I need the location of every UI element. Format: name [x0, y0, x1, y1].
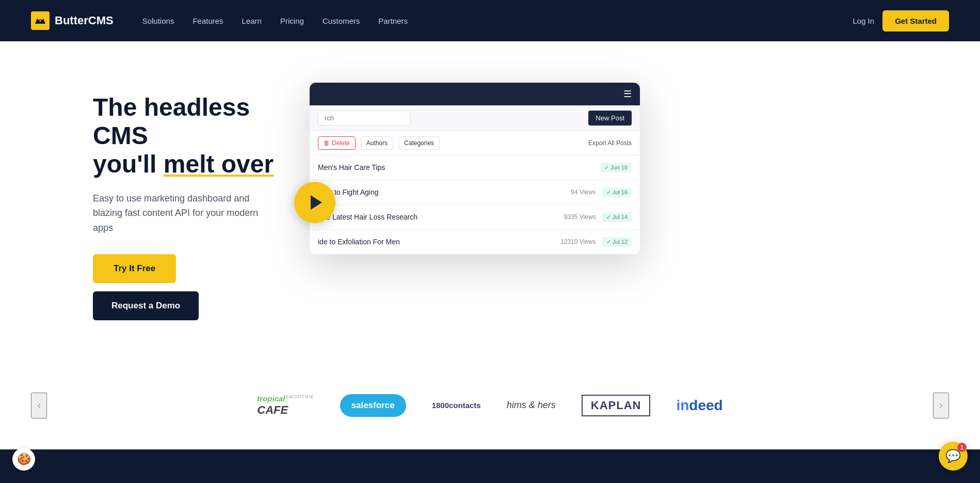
dashboard-mockup: ☰ New Post 🗑 Delete Authors Categories E…: [310, 83, 640, 254]
nav-link-pricing[interactable]: Pricing: [272, 12, 312, 29]
post-date-badge: ✓ Jul 12: [602, 237, 632, 247]
logos-prev-button[interactable]: ‹: [31, 393, 47, 418]
try-it-free-button[interactable]: Try It Free: [93, 254, 176, 283]
nav-link-solutions[interactable]: Solutions: [134, 12, 183, 29]
post-title[interactable]: Men's Hair Care Tips: [318, 163, 594, 172]
nav-link-partners[interactable]: Partners: [370, 12, 416, 29]
cookie-consent-button[interactable]: 🍪: [12, 448, 35, 471]
butter-logo-icon: [31, 11, 50, 30]
post-title[interactable]: ide to Exfoliation For Men: [318, 238, 560, 246]
trash-icon: 🗑: [324, 139, 330, 147]
logo-tropical-cafe: tropicalsmoothieCAFE: [257, 393, 314, 418]
nav-link-customers[interactable]: Customers: [314, 12, 368, 29]
post-title[interactable]: The Latest Hair Loss Research: [318, 213, 564, 221]
logo-kaplan: KAPLAN: [582, 393, 651, 418]
logo-salesforce: salesforce: [340, 393, 406, 418]
logos-next-button[interactable]: ›: [933, 393, 949, 418]
play-triangle-icon: [311, 195, 322, 210]
dashboard-posts-list: Men's Hair Care Tips ✓ Jun 18 How to Fig…: [310, 155, 640, 254]
nav-login-button[interactable]: Log In: [853, 17, 874, 25]
hero-buttons: Try It Free Request a Demo: [93, 254, 279, 320]
post-views: 9335 Views: [564, 213, 596, 221]
hero-title-highlight: melt over: [164, 150, 274, 178]
logos-section: ‹ tropicalsmoothieCAFE salesforce 1800co…: [0, 372, 980, 439]
post-date-badge: ✓ Jul 16: [602, 188, 632, 197]
svg-rect-0: [31, 11, 50, 30]
dashboard-filters: 🗑 Delete Authors Categories Export All P…: [310, 131, 640, 155]
logo-indeed: indeed: [676, 393, 722, 418]
nav-links: Solutions Features Learn Pricing Custome…: [134, 12, 853, 29]
dashboard-search-input[interactable]: [318, 111, 411, 126]
delete-button[interactable]: 🗑 Delete: [318, 136, 356, 150]
table-row: Men's Hair Care Tips ✓ Jun 18: [310, 155, 640, 180]
export-posts-link[interactable]: Export All Posts: [588, 139, 632, 147]
nav-right: Log In Get Started: [853, 10, 949, 32]
logos-track: tropicalsmoothieCAFE salesforce 1800cont…: [47, 393, 933, 418]
nav-logo-text: ButterCMS: [55, 14, 114, 27]
play-button[interactable]: [294, 182, 335, 223]
categories-dropdown[interactable]: Categories: [398, 136, 440, 150]
table-row: The Latest Hair Loss Research 9335 Views…: [310, 205, 640, 230]
dashboard-topbar: ☰: [310, 83, 640, 105]
post-title[interactable]: How to Fight Aging: [318, 188, 571, 196]
authors-dropdown[interactable]: Authors: [361, 136, 393, 150]
table-row: ide to Exfoliation For Men 12310 Views ✓…: [310, 230, 640, 254]
hero-visual: ☰ New Post 🗑 Delete Authors Categories E…: [310, 72, 980, 341]
nav-link-learn[interactable]: Learn: [234, 12, 270, 29]
table-row: How to Fight Aging 94 Views ✓ Jul 16: [310, 180, 640, 205]
dashboard-toolbar: New Post: [310, 105, 640, 131]
hero-title: The headless CMS you'll melt over: [93, 93, 279, 179]
footer-band: [0, 449, 980, 483]
navbar: ButterCMS Solutions Features Learn Prici…: [0, 0, 980, 41]
hero-subtitle: Easy to use marketing dashboard and blaz…: [93, 191, 279, 236]
nav-link-features[interactable]: Features: [184, 12, 231, 29]
chat-widget-button[interactable]: 💬 1: [939, 442, 968, 471]
post-date-badge: ✓ Jul 14: [602, 212, 632, 222]
nav-get-started-button[interactable]: Get Started: [882, 10, 949, 32]
post-views: 12310 Views: [560, 238, 596, 245]
hero-content: The headless CMS you'll melt over Easy t…: [0, 62, 310, 351]
hero-section: The headless CMS you'll melt over Easy t…: [0, 41, 980, 372]
hamburger-icon[interactable]: ☰: [623, 88, 632, 100]
request-demo-button[interactable]: Request a Demo: [93, 291, 199, 320]
cookie-icon: 🍪: [17, 453, 31, 466]
post-views: 94 Views: [571, 189, 596, 196]
logo-1800-contacts: 1800contacts: [432, 393, 481, 418]
chat-notification-badge: 1: [957, 443, 967, 452]
nav-logo[interactable]: ButterCMS: [31, 11, 114, 30]
post-date-badge: ✓ Jun 18: [600, 163, 632, 173]
chat-bubble-icon: 💬: [945, 449, 961, 463]
new-post-button[interactable]: New Post: [588, 111, 632, 126]
logo-hims-hers: hims & hers: [507, 393, 556, 418]
